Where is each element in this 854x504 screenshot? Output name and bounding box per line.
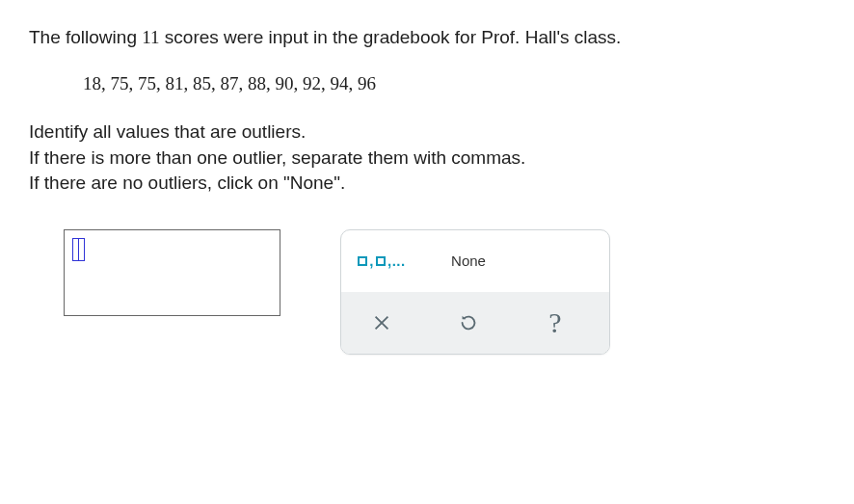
close-icon <box>371 312 392 333</box>
question-line-2: Identify all values that are outliers. <box>29 119 825 146</box>
score-count: 11 <box>142 27 159 47</box>
question-line-1-post: scores were input in the gradebook for P… <box>160 27 622 47</box>
tool-row-templates: ,,... None <box>341 230 609 292</box>
comma-trailing: ,... <box>387 252 406 269</box>
reset-button[interactable] <box>440 304 497 342</box>
comma-list-template-button[interactable]: ,,... <box>353 242 411 280</box>
comma-1: , <box>369 252 374 269</box>
help-button[interactable]: ? <box>526 304 584 342</box>
none-label: None <box>451 252 486 269</box>
question-line-3: If there is more than one outlier, separ… <box>29 146 825 172</box>
help-icon: ? <box>548 306 561 339</box>
comma-list-template-icon: ,,... <box>358 252 405 269</box>
tool-row-actions: ? <box>341 292 609 354</box>
clear-button[interactable] <box>353 304 411 342</box>
tool-panel: ,,... None ? <box>340 229 610 355</box>
answer-input[interactable] <box>64 229 280 316</box>
text-cursor-icon <box>72 238 85 261</box>
work-area: ,,... None ? <box>64 229 825 355</box>
none-button[interactable]: None <box>440 242 497 280</box>
question-line-1-pre: The following <box>29 27 142 47</box>
question-line-4: If there are no outliers, click on "None… <box>29 171 825 197</box>
data-values: 18, 75, 75, 81, 85, 87, 88, 90, 92, 94, … <box>83 73 825 94</box>
question-line-1: The following 11 scores were input in th… <box>29 27 825 48</box>
undo-icon <box>458 312 479 333</box>
